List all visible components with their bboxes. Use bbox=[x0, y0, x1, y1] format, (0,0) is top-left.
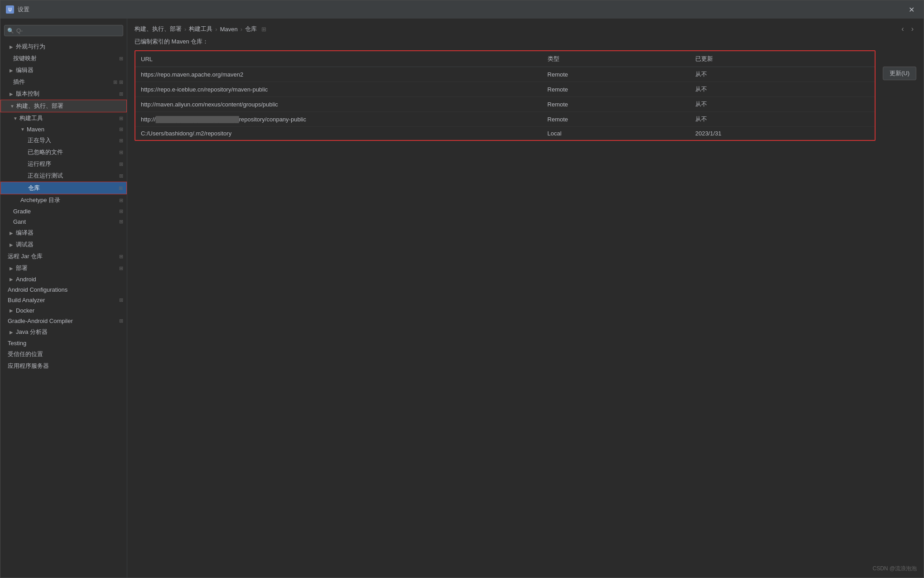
section-title: 已编制索引的 Maven 仓库： bbox=[135, 38, 916, 46]
sidebar-item-gant[interactable]: Gant ⊞ bbox=[0, 217, 127, 227]
sidebar-item-label: 正在运行测试 bbox=[28, 172, 117, 180]
sidebar-item-label: Testing bbox=[8, 340, 123, 347]
breadcrumb-part-3: Maven bbox=[220, 26, 238, 33]
sidebar-item-trusted-locations[interactable]: 受信任的位置 bbox=[0, 348, 127, 360]
expand-icon: ▶ bbox=[10, 68, 16, 73]
sidebar-item-label: 正在导入 bbox=[28, 136, 117, 144]
sidebar-item-label: Android Configurations bbox=[8, 286, 123, 293]
settings-icon: ⊞ bbox=[119, 126, 123, 132]
settings-icon: ⊞ bbox=[119, 173, 123, 179]
row-type: Local bbox=[542, 127, 690, 140]
sidebar-item-remote-jar[interactable]: 远程 Jar 仓库 ⊞ bbox=[0, 250, 127, 262]
settings-icon: ⊞ bbox=[119, 297, 123, 303]
sidebar-item-archetype-catalog[interactable]: Archetype 目录 ⊞ bbox=[0, 194, 127, 206]
sidebar-item-plugins[interactable]: 插件 ⊞ ⊞ bbox=[0, 76, 127, 88]
breadcrumb-part-1: 构建、执行、部署 bbox=[135, 25, 182, 33]
sidebar-item-app-servers[interactable]: 应用程序服务器 bbox=[0, 360, 127, 372]
sidebar-item-android[interactable]: ▶ Android bbox=[0, 274, 127, 284]
sidebar-item-label: Gradle-Android Compiler bbox=[8, 318, 117, 324]
update-button[interactable]: 更新(U) bbox=[883, 67, 916, 80]
expand-icon: ▶ bbox=[10, 330, 16, 335]
sidebar-item-android-configs[interactable]: Android Configurations bbox=[0, 284, 127, 295]
sidebar-item-testing[interactable]: Testing bbox=[0, 338, 127, 348]
sidebar-item-build-analyzer[interactable]: Build Analyzer ⊞ bbox=[0, 295, 127, 305]
sidebar-item-label: 版本控制 bbox=[16, 90, 117, 98]
row-url: https://repo.e-iceblue.cn/repository/mav… bbox=[135, 82, 542, 97]
settings-icon: ⊞ bbox=[119, 318, 123, 324]
sidebar: 🔍 ▶ 外观与行为 按键映射 ⊞ ▶ 编辑器 插件 ⊞ ⊞ ▶ bbox=[0, 19, 127, 578]
sidebar-item-label: Maven bbox=[27, 126, 117, 133]
sidebar-item-label: Archetype 目录 bbox=[20, 196, 117, 204]
settings-icon: ⊞ bbox=[119, 208, 123, 214]
search-icon: 🔍 bbox=[7, 28, 14, 34]
repositories-table: URL 类型 已更新 https://repo.maven.apache.org… bbox=[135, 51, 875, 140]
title-bar-left: U 设置 bbox=[6, 5, 29, 14]
sidebar-item-label: Java 分析器 bbox=[16, 328, 123, 336]
right-panel: 构建、执行、部署 › 构建工具 › Maven › 仓库 ⊞ ‹ › 已编制索引… bbox=[127, 19, 924, 578]
expand-icon: ▶ bbox=[10, 92, 16, 96]
settings-window: U 设置 ✕ 🔍 ▶ 外观与行为 按键映射 ⊞ ▶ 编辑器 bbox=[0, 0, 924, 578]
sidebar-item-label: 构建、执行、部署 bbox=[16, 102, 123, 110]
sidebar-item-build-exec-deploy[interactable]: ▼ 构建、执行、部署 bbox=[0, 100, 127, 112]
sidebar-item-docker[interactable]: ▶ Docker bbox=[0, 305, 127, 316]
nav-back-button[interactable]: ‹ bbox=[899, 24, 906, 34]
sidebar-item-deployment[interactable]: ▶ 部署 ⊞ bbox=[0, 262, 127, 274]
close-button[interactable]: ✕ bbox=[905, 4, 918, 16]
sidebar-item-label: 按键映射 bbox=[13, 54, 117, 63]
settings-icon: ⊞ bbox=[119, 219, 123, 225]
row-updated: 2023/1/31 bbox=[690, 127, 875, 140]
window-title: 设置 bbox=[18, 5, 29, 14]
search-input[interactable] bbox=[4, 25, 123, 36]
breadcrumb-part-4: 仓库 bbox=[245, 25, 257, 33]
sidebar-item-appearance[interactable]: ▶ 外观与行为 bbox=[0, 41, 127, 53]
settings-icon: ⊞ bbox=[119, 149, 123, 155]
sidebar-item-label: 仓库 bbox=[28, 184, 117, 192]
sidebar-item-label: 调试器 bbox=[16, 241, 123, 249]
sidebar-item-label: Gradle bbox=[13, 208, 117, 215]
sidebar-item-compiler[interactable]: ▶ 编译器 bbox=[0, 227, 127, 239]
settings-icon: ⊞ bbox=[119, 161, 123, 167]
table-row[interactable]: http://maven.aliyun.com/nexus/content/gr… bbox=[135, 97, 875, 112]
expand-icon: ▶ bbox=[10, 44, 16, 49]
sidebar-item-build-tools[interactable]: ▼ 构建工具 ⊞ bbox=[0, 112, 127, 124]
sidebar-item-gradle[interactable]: Gradle ⊞ bbox=[0, 206, 127, 217]
sidebar-item-label: 已忽略的文件 bbox=[28, 148, 117, 156]
sidebar-item-maven[interactable]: ▼ Maven ⊞ bbox=[0, 124, 127, 135]
table-row[interactable]: http://████████████████████repository/co… bbox=[135, 112, 875, 127]
sidebar-item-ignored-files[interactable]: 已忽略的文件 ⊞ bbox=[0, 146, 127, 158]
sidebar-item-label: Docker bbox=[16, 307, 123, 314]
sidebar-item-runner[interactable]: 运行程序 ⊞ bbox=[0, 158, 127, 170]
sidebar-item-label: 编辑器 bbox=[16, 66, 123, 74]
table-row[interactable]: https://repo.e-iceblue.cn/repository/mav… bbox=[135, 82, 875, 97]
sidebar-item-label: 外观与行为 bbox=[16, 43, 123, 51]
sidebar-item-java-analyzer[interactable]: ▶ Java 分析器 bbox=[0, 326, 127, 338]
expand-icon: ▶ bbox=[10, 242, 16, 247]
sidebar-item-importing[interactable]: 正在导入 ⊞ bbox=[0, 135, 127, 146]
sidebar-item-gradle-android-compiler[interactable]: Gradle-Android Compiler ⊞ bbox=[0, 316, 127, 326]
expand-icon: ▶ bbox=[10, 231, 16, 236]
breadcrumb-sep-1: › bbox=[184, 26, 186, 33]
sidebar-item-debugger[interactable]: ▶ 调试器 bbox=[0, 239, 127, 250]
settings-icon: ⊞ bbox=[119, 265, 123, 271]
expand-icon: ▼ bbox=[13, 116, 19, 121]
row-updated: 从不 bbox=[690, 112, 875, 127]
sidebar-item-label: 运行程序 bbox=[28, 160, 117, 168]
expand-icon: ▼ bbox=[10, 104, 16, 109]
table-row[interactable]: https://repo.maven.apache.org/maven2 Rem… bbox=[135, 67, 875, 82]
sidebar-item-repositories[interactable]: 仓库 ⊞ bbox=[0, 182, 127, 194]
panel-content: 已编制索引的 Maven 仓库： URL 类型 已更新 bbox=[127, 38, 924, 578]
breadcrumb-bar: 构建、执行、部署 › 构建工具 › Maven › 仓库 ⊞ ‹ › bbox=[127, 19, 924, 38]
sidebar-item-label: Gant bbox=[13, 218, 117, 225]
nav-forward-button[interactable]: › bbox=[909, 24, 916, 34]
row-updated: 从不 bbox=[690, 97, 875, 112]
sidebar-item-keymap[interactable]: 按键映射 ⊞ bbox=[0, 53, 127, 64]
sidebar-item-editor[interactable]: ▶ 编辑器 bbox=[0, 64, 127, 76]
sidebar-item-vcs[interactable]: ▶ 版本控制 ⊞ bbox=[0, 88, 127, 100]
row-type: Remote bbox=[542, 82, 690, 97]
row-type: Remote bbox=[542, 97, 690, 112]
expand-icon: ▶ bbox=[10, 266, 16, 271]
translate-icon: ⊞ bbox=[113, 79, 117, 85]
sidebar-item-running-tests[interactable]: 正在运行测试 ⊞ bbox=[0, 170, 127, 182]
table-row[interactable]: C:/Users/bashidong/.m2/repository Local … bbox=[135, 127, 875, 140]
expand-icon: ▶ bbox=[10, 277, 16, 282]
